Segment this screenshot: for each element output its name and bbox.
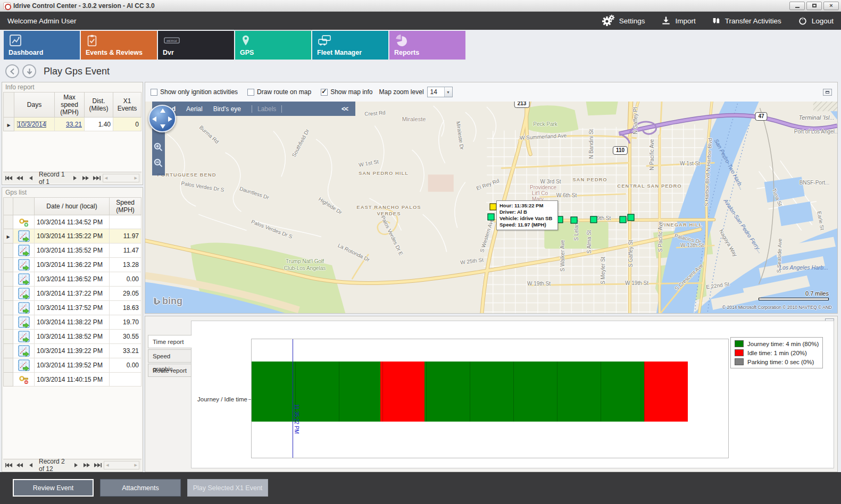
route-marker[interactable] <box>628 214 635 221</box>
map-style-aerial[interactable]: Aerial <box>186 105 203 113</box>
gps-point-icon <box>15 302 32 314</box>
map-style-labels[interactable]: Labels <box>252 105 282 113</box>
zoom-in-button[interactable] <box>153 142 163 154</box>
route-marker[interactable] <box>571 217 578 224</box>
map-zoom-select[interactable]: 14 ▼ <box>427 87 453 97</box>
chart-tab-time-report[interactable]: Time report <box>148 335 192 348</box>
gps-date-value: 10/3/2014 11:36:52 PM <box>35 272 110 287</box>
tab-dashboard[interactable]: Dashboard <box>4 31 80 60</box>
gps-list-row[interactable]: 10/3/2014 11:39:52 PM0.00 <box>4 358 141 373</box>
import-icon <box>661 15 671 26</box>
gps-point-icon <box>15 345 32 357</box>
map-style-bird-s-eye[interactable]: Bird's eye <box>213 105 241 113</box>
tab-dvr[interactable]: MERGEDvr <box>158 31 234 60</box>
dvr-icon: MERGE <box>163 40 181 49</box>
col-x1-events[interactable]: X1 Events <box>113 93 141 117</box>
tab-gps[interactable]: GPS <box>235 31 311 60</box>
nav-first-button[interactable] <box>5 463 13 468</box>
scale-text: 0.7 miles <box>759 290 829 297</box>
tab-events[interactable]: Events & Reviews <box>81 31 157 60</box>
nav-next-page-button[interactable] <box>82 175 90 181</box>
checkbox-show-map-info[interactable]: Show map info <box>321 88 372 96</box>
gps-list-row[interactable]: 10/3/2014 11:38:22 PM19.70 <box>4 315 141 330</box>
map-toolbar-collapse-button[interactable]: << <box>342 105 348 113</box>
zoom-out-button[interactable] <box>153 158 163 170</box>
gps-list-row[interactable]: 10/3/2014 11:40:15 PM <box>4 373 141 387</box>
map-scale: 0.7 miles <box>759 290 829 300</box>
bing-map[interactable]: RoadAerialBird's eyeLabels << Hour: 11:3… <box>145 102 837 313</box>
grid-hscrollbar[interactable]: ◀▶ <box>104 461 139 469</box>
topbar-import-button[interactable]: Import <box>661 15 695 26</box>
review-event-button[interactable]: Review Event <box>13 479 94 497</box>
gps-list-row[interactable]: ▶10/3/2014 11:35:22 PM11.97 <box>4 229 141 243</box>
attachments-button[interactable]: Attachments <box>100 479 181 497</box>
gps-point-icon <box>15 288 32 299</box>
gps-date-value: 10/3/2014 11:35:22 PM <box>35 229 110 243</box>
nav-prev-button[interactable] <box>27 463 34 468</box>
checkbox-show-only-ignition-activities[interactable]: Show only ignition activities <box>151 88 238 96</box>
nav-first-button[interactable] <box>5 175 13 181</box>
nav-next-button[interactable] <box>73 463 80 468</box>
col-days[interactable]: Days <box>14 93 55 117</box>
grid-hscrollbar[interactable]: ◀▶ <box>103 174 139 182</box>
checkbox-draw-route-on-map[interactable]: Draw route on map <box>247 88 311 96</box>
tab-reports[interactable]: Reports <box>389 31 465 60</box>
gps-list-row[interactable]: 10/3/2014 11:35:52 PM11.47 <box>4 243 141 258</box>
map-panel-collapse-button[interactable] <box>823 89 832 96</box>
tab-fleet[interactable]: Fleet Manager <box>312 31 388 60</box>
close-button[interactable]: × <box>823 2 839 10</box>
chart-tab-speed-graphic[interactable]: Speed graphic <box>148 349 191 363</box>
topbar-transfer-button[interactable]: Transfer Activities <box>712 15 781 26</box>
gps-date-value: 10/3/2014 11:36:22 PM <box>35 258 110 272</box>
timeline-gridline <box>339 362 339 422</box>
scroll-left-icon[interactable]: ◀ <box>106 463 109 467</box>
gps-list-row[interactable]: 10/3/2014 11:37:22 PM29.05 <box>4 287 141 301</box>
gps-date-value: 10/3/2014 11:35:52 PM <box>35 243 110 258</box>
gps-date-value: 10/3/2014 11:39:22 PM <box>35 344 110 358</box>
chart-tab-route-report[interactable]: Route report <box>148 364 191 377</box>
col-dist[interactable]: Dist. (Miles) <box>85 93 113 117</box>
time-cursor-line[interactable] <box>293 339 293 458</box>
map-label-w-19th-st: W 19th St <box>527 281 551 287</box>
nav-next-page-button[interactable] <box>84 463 91 468</box>
map-label-s-pacific-ave: S Pacific Ave <box>657 221 663 252</box>
col-date-hour[interactable]: Date / hour (local) <box>35 198 110 215</box>
minimize-button[interactable] <box>789 2 805 10</box>
max-speed-link[interactable]: 33.21 <box>66 121 82 128</box>
highway-shield-47: 47 <box>755 112 767 121</box>
page-header: Play Gps Event <box>0 61 841 82</box>
nav-prev-button[interactable] <box>27 175 34 181</box>
gps-list-row[interactable]: 10/3/2014 11:36:52 PM0.00 <box>4 272 141 287</box>
time-report-panel: Time reportSpeed graphicRoute report Jou… <box>145 316 838 472</box>
gps-list-row[interactable]: 10/3/2014 11:37:52 PM18.63 <box>4 301 141 315</box>
nav-prev-page-button[interactable] <box>16 463 23 468</box>
scroll-right-icon[interactable]: ▶ <box>135 463 137 467</box>
route-marker[interactable] <box>620 216 627 223</box>
back-button[interactable] <box>5 64 19 78</box>
nav-next-button[interactable] <box>72 175 79 181</box>
nav-prev-page-button[interactable] <box>16 175 23 181</box>
nav-last-button[interactable] <box>94 463 102 468</box>
nav-last-button[interactable] <box>93 175 101 181</box>
info-report-row[interactable]: ▶ 10/3/2014 33.21 1.40 0 <box>4 117 141 131</box>
map-pan-control[interactable] <box>148 105 176 132</box>
gps-list-row[interactable]: 10/3/2014 11:38:52 PM30.55 <box>4 330 141 344</box>
scroll-left-icon[interactable]: ◀ <box>105 176 107 180</box>
gps-list-row[interactable]: 10/3/2014 11:39:22 PM33.21 <box>4 344 141 358</box>
col-max-speed[interactable]: Max speed (MPH) <box>55 93 85 117</box>
route-marker[interactable] <box>488 214 495 221</box>
route-marker[interactable] <box>590 216 597 223</box>
scroll-right-icon[interactable]: ▶ <box>135 176 137 180</box>
topbar-logout-button[interactable]: Logout <box>797 15 834 26</box>
collapse-down-button[interactable] <box>22 64 36 78</box>
gps-list-row[interactable]: 10/3/2014 11:34:52 PM <box>4 215 141 229</box>
route-marker-start[interactable] <box>490 204 497 211</box>
maximize-button[interactable] <box>806 2 822 10</box>
gps-speed-value: 18.63 <box>110 301 141 315</box>
day-link[interactable]: 10/3/2014 <box>16 121 47 128</box>
map-zoom-label: Map zoom level <box>379 88 424 96</box>
gps-point-icon <box>15 230 32 242</box>
gps-list-row[interactable]: 10/3/2014 11:36:22 PM13.28 <box>4 258 141 272</box>
topbar-settings-button[interactable]: Settings <box>602 14 645 27</box>
col-speed[interactable]: Speed (MPH) <box>110 198 141 215</box>
